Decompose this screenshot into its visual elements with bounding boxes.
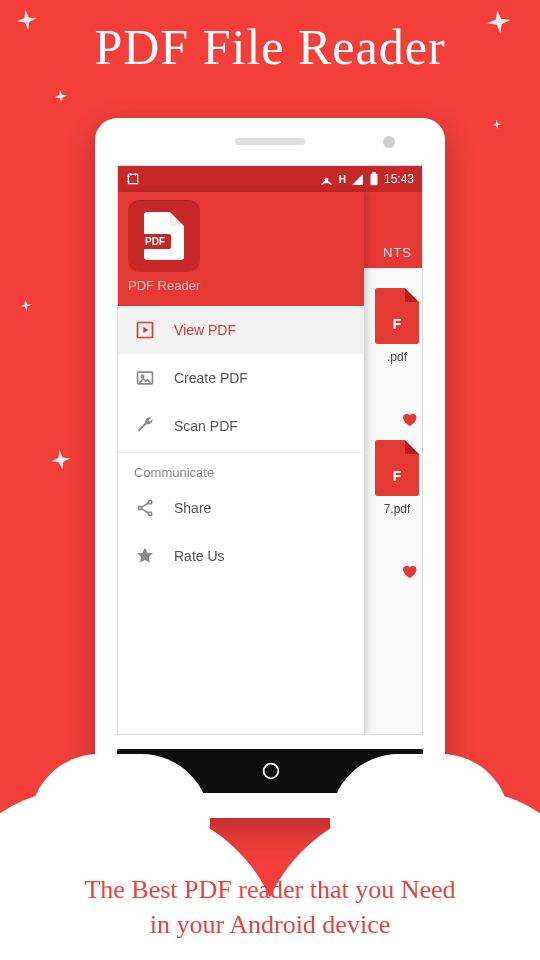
file-item[interactable]: F .pdf (372, 288, 422, 364)
nav-item-scan-pdf[interactable]: Scan PDF (118, 402, 364, 450)
home-button[interactable] (260, 760, 282, 782)
pdf-file-icon: F (375, 288, 419, 344)
svg-point-6 (141, 375, 144, 378)
sparkle-icon (19, 299, 33, 313)
nav-item-label: Scan PDF (174, 418, 238, 434)
svg-rect-3 (372, 172, 376, 174)
speaker-slit (235, 138, 305, 145)
svg-point-9 (148, 512, 151, 515)
app-icon: PDF (128, 200, 200, 272)
drawer-section-label: Communicate (118, 452, 364, 484)
sparkle-icon (53, 89, 69, 105)
pdf-badge: PDF (139, 234, 171, 249)
nav-item-label: View PDF (174, 322, 236, 338)
share-icon (134, 497, 156, 519)
play-frame-icon (134, 319, 156, 341)
camera-dot (383, 136, 395, 148)
pdf-file-icon: F (375, 440, 419, 496)
nav-item-view-pdf[interactable]: View PDF (118, 306, 364, 354)
heart-icon[interactable] (392, 562, 422, 584)
drawer-nav-communicate: Share Rate Us (118, 484, 364, 580)
nav-item-rate-us[interactable]: Rate Us (118, 532, 364, 580)
file-label: 7.pdf (384, 502, 411, 516)
nav-item-label: Share (174, 500, 211, 516)
sparkle-icon (49, 449, 74, 474)
navigation-drawer: PDF PDF Reader View PDF (118, 192, 364, 734)
screenshot-icon (126, 172, 140, 186)
status-bar: H 15:43 (118, 166, 422, 192)
nav-item-label: Create PDF (174, 370, 248, 386)
file-item[interactable]: F 7.pdf (372, 440, 422, 516)
poster-subtitle: The Best PDF reader that you Need in you… (0, 872, 540, 942)
svg-point-7 (148, 501, 151, 504)
hotspot-icon (319, 172, 334, 187)
nav-item-create-pdf[interactable]: Create PDF (118, 354, 364, 402)
tab-partial-label[interactable]: NTS (383, 245, 412, 260)
svg-point-8 (138, 506, 141, 509)
drawer-title: PDF Reader (128, 278, 354, 293)
promo-poster: PDF File Reader H (0, 0, 540, 960)
nav-item-share[interactable]: Share (118, 484, 364, 532)
wrench-icon (134, 415, 156, 437)
drawer-header: PDF PDF Reader (118, 192, 364, 306)
heart-icon[interactable] (392, 410, 422, 432)
image-icon (134, 367, 156, 389)
battery-icon (369, 172, 379, 186)
svg-point-1 (325, 178, 328, 181)
poster-title: PDF File Reader (0, 18, 540, 76)
svg-point-10 (264, 764, 279, 779)
svg-rect-0 (128, 174, 137, 183)
tablet-frame: H 15:43 NTS F .pdf (95, 118, 445, 818)
nav-item-label: Rate Us (174, 548, 225, 564)
device-screen: H 15:43 NTS F .pdf (117, 165, 423, 735)
drawer-nav-primary: View PDF Create PDF Scan PDF (118, 306, 364, 450)
star-icon (134, 545, 156, 567)
sparkle-icon (491, 119, 502, 130)
network-type-label: H (339, 174, 346, 185)
clock-label: 15:43 (384, 172, 414, 186)
file-label: .pdf (387, 350, 407, 364)
signal-icon (351, 173, 364, 186)
svg-rect-2 (370, 174, 377, 185)
